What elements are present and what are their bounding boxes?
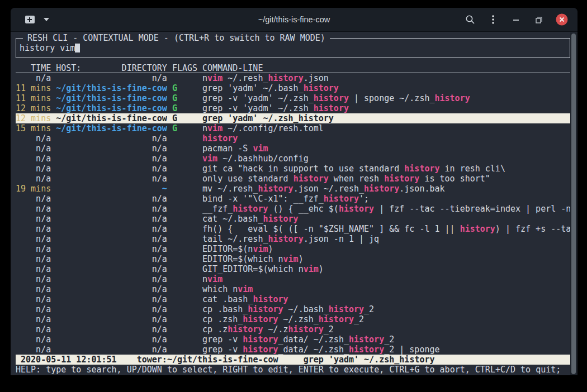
table-row[interactable]: n/a n/a grep -v history_data/ ~/.zsh_his… (16, 345, 570, 355)
minimize-icon[interactable] (509, 13, 523, 26)
table-row[interactable]: 12 mins ~/git/this-is-fine-cow Ggrep 'ya… (16, 113, 570, 123)
table-row[interactable]: n/a n/a grep -v history_data/ ~/.zsh_his… (16, 334, 570, 345)
scrollbar-thumb[interactable] (571, 34, 576, 374)
flags-cell (172, 214, 197, 224)
flags-cell (172, 133, 197, 144)
directory-cell: n/a (56, 224, 167, 234)
table-row[interactable]: n/a n/a fh() { eval $( ([ -n "$ZSH_NAME"… (16, 224, 570, 234)
close-icon[interactable] (555, 13, 569, 26)
table-row[interactable]: n/a n/a git ca "hack in support to use s… (16, 164, 570, 174)
table-row[interactable]: n/a n/a bind -x '"\C-x1": __fzf_history'… (16, 194, 570, 204)
flags-cell (172, 194, 197, 204)
table-row[interactable]: 15 mins ~/git/this-is-fine-cow Gnvim ~/.… (16, 123, 570, 133)
time-cell: n/a (16, 264, 51, 274)
time-cell: n/a (16, 154, 51, 164)
directory-cell: n/a (56, 324, 167, 334)
flags-cell (172, 224, 197, 234)
command-cell: grep -v history_data/ ~/.zsh_history_2 (202, 334, 570, 345)
table-row[interactable]: n/a n/a cp .bash_history ~/.bash_history… (16, 304, 570, 314)
command-cell: grep -v 'yadm' ~/.zsh_history (202, 103, 570, 113)
flags-cell (172, 324, 197, 334)
directory-cell: n/a (56, 294, 167, 304)
command-cell: grep 'yadm' ~/.zsh_history (202, 113, 570, 123)
time-cell: 11 mins (16, 93, 51, 103)
table-row[interactable]: n/a n/a which nvim (16, 284, 570, 294)
table-row[interactable]: n/a n/a __fzf_history () { __ehc $(histo… (16, 204, 570, 214)
header-time: TIME (16, 63, 51, 73)
directory-cell: n/a (56, 204, 167, 214)
flags-cell (172, 345, 197, 355)
command-cell: nvim ~/.resh_history.json (202, 73, 570, 83)
command-cell: cat ~/.bash_history (202, 214, 570, 224)
directory-cell: ~/git/this-is-fine-cow (56, 93, 167, 103)
command-cell: tail ~/.resh_history.json -n 1 | jq (202, 234, 570, 244)
table-row[interactable]: n/a n/a EDITOR=$(which nvim) (16, 254, 570, 264)
header-flags: FLAGS (172, 63, 197, 73)
flags-cell (172, 234, 197, 244)
table-row[interactable]: n/a n/a cat ~/.bash_history (16, 214, 570, 224)
scrollbar[interactable] (570, 32, 577, 375)
table-row[interactable]: n/a n/a tail ~/.resh_history.json -n 1 |… (16, 234, 570, 244)
flags-cell (172, 174, 197, 184)
flags-cell: G (172, 113, 197, 123)
directory-cell: n/a (56, 73, 167, 83)
time-cell: 11 mins (16, 83, 51, 93)
header-host: HOST: (56, 63, 81, 73)
header-host-directory: HOST:DIRECTORY (56, 63, 167, 73)
flags-cell (172, 304, 197, 314)
table-row[interactable]: 11 mins ~/git/this-is-fine-cow Ggrep 'ya… (16, 83, 570, 93)
table-row[interactable]: 11 mins ~/git/this-is-fine-cow Ggrep -v … (16, 93, 570, 103)
time-cell: n/a (16, 204, 51, 214)
table-row[interactable]: 12 mins ~/git/this-is-fine-cow Ggrep -v … (16, 103, 570, 113)
flags-cell (172, 244, 197, 254)
table-row[interactable]: 19 mins ~ mv ~/.resh_history.json ~/.res… (16, 184, 570, 194)
help-line: HELP: type to search, UP/DOWN to select,… (16, 365, 570, 375)
table-row[interactable]: n/a n/a only use standard history when r… (16, 174, 570, 184)
time-cell: n/a (16, 294, 51, 304)
table-row[interactable]: n/a n/a nvim ~/.resh_history.json (16, 73, 570, 83)
table-row[interactable]: n/a n/a nvim (16, 274, 570, 284)
command-cell: history (202, 133, 570, 144)
table-row[interactable]: n/a n/a GIT_EDITOR=$(which nvim) (16, 264, 570, 274)
directory-cell: n/a (56, 314, 167, 324)
command-cell: GIT_EDITOR=$(which nvim) (202, 264, 570, 274)
directory-cell: n/a (56, 254, 167, 264)
directory-cell: n/a (56, 274, 167, 284)
restore-icon[interactable] (532, 13, 546, 26)
time-cell: 15 mins (16, 123, 51, 133)
time-cell: 12 mins (16, 103, 51, 113)
command-cell: EDITOR=$(which nvim) (202, 254, 570, 264)
time-cell: n/a (16, 144, 51, 154)
time-cell: n/a (16, 194, 51, 204)
flags-cell (172, 284, 197, 294)
directory-cell: n/a (56, 264, 167, 274)
table-row[interactable]: n/a n/a cat .bash_history (16, 294, 570, 304)
flags-cell: G (172, 83, 197, 93)
new-tab-icon[interactable] (25, 16, 35, 23)
table-row[interactable]: n/a n/a vim ~/.bashhub/config (16, 154, 570, 164)
command-cell: cp .zhistory ~/.zhistory_2 (202, 324, 570, 334)
directory-cell: ~ (56, 184, 167, 194)
table-row[interactable]: n/a n/a pacman -S vim (16, 144, 570, 154)
flags-cell (172, 334, 197, 345)
table-row[interactable]: n/a n/a EDITOR=$(nvim) (16, 244, 570, 254)
directory-cell: n/a (56, 174, 167, 184)
status-host-directory: tower:~/git/this-is-fine-cow (137, 355, 278, 365)
command-cell: bind -x '"\C-x1": __fzf_history'; (202, 194, 570, 204)
table-row[interactable]: n/a n/a history (16, 133, 570, 144)
status-command: grep 'yadm' ~/.zsh_history (304, 355, 435, 365)
time-cell: n/a (16, 314, 51, 324)
kebab-menu-icon[interactable] (486, 13, 500, 26)
resh-search-box: RESH CLI - CONTEXTUAL MODE - (CTRL+R to … (16, 38, 570, 58)
dropdown-caret-icon[interactable] (44, 18, 49, 21)
table-row[interactable]: n/a n/a cp .zsh_history ~/.zsh_history_2 (16, 314, 570, 324)
time-cell: n/a (16, 164, 51, 174)
flags-cell: G (172, 93, 197, 103)
command-cell: mv ~/.resh_history.json ~/.resh_history.… (202, 184, 570, 194)
command-cell: grep 'yadm' ~/.bash_history (202, 83, 570, 93)
search-icon[interactable] (463, 13, 477, 26)
flags-cell: G (172, 103, 197, 113)
flags-cell (172, 144, 197, 154)
table-row[interactable]: n/a n/a cp .zhistory ~/.zhistory_2 (16, 324, 570, 334)
command-cell: grep -v 'yadm' ~/.zsh_history | sponge ~… (202, 93, 570, 103)
